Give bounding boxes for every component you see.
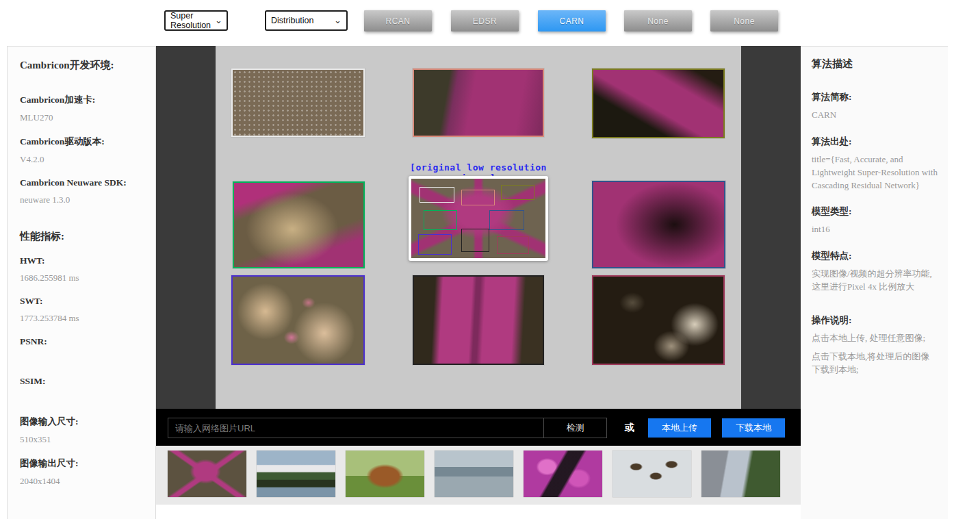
url-input-group: 检测 — [168, 418, 607, 438]
local-download-button[interactable]: 下载本地 — [722, 418, 785, 438]
region-box-black — [461, 229, 489, 252]
psnr-value — [20, 353, 155, 364]
model-feature-label: 模型特点: — [812, 250, 938, 262]
region-box-maroon — [497, 236, 529, 255]
thumbnail-geese[interactable] — [612, 451, 691, 497]
swt-label: SWT: — [20, 296, 155, 307]
main-area: [original low resolution image] — [156, 46, 801, 519]
thumbnail-fjord[interactable] — [435, 451, 513, 497]
driver-version-label: Cambricon驱动版本: — [20, 136, 155, 148]
environment-panel-title: Cambricon开发环境: — [20, 59, 155, 72]
url-bar: 检测 或 本地上传 下载本地 — [156, 409, 801, 446]
algo-name-label: 算法简称: — [812, 91, 938, 103]
output-size-value: 2040x1404 — [20, 476, 155, 487]
original-low-res-image[interactable] — [411, 179, 545, 258]
task-select[interactable]: Super Resolution ⌄ — [164, 10, 228, 31]
ssim-value — [20, 393, 155, 403]
mode-select[interactable]: Distribution ⌄ — [265, 10, 348, 31]
page: Super Resolution ⌄ Distribution ⌄ RCAN E… — [0, 0, 980, 519]
task-select-value: Super Resolution — [170, 11, 211, 30]
accelerator-label: Cambricon加速卡: — [20, 94, 155, 106]
ssim-label: SSIM: — [20, 376, 155, 387]
thumbnail-horse[interactable] — [346, 451, 424, 497]
region-box-green — [424, 210, 457, 230]
crop-image-top-right — [592, 68, 725, 138]
algo-name-value: CARN — [812, 109, 938, 122]
model-type-value: int16 — [812, 223, 938, 236]
thumbnail-butterfly[interactable] — [524, 451, 602, 497]
crop-image-bottom-left — [231, 275, 365, 365]
hwt-value: 1686.255981 ms — [20, 273, 155, 283]
chevron-down-icon: ⌄ — [215, 17, 222, 24]
region-box-salmon — [461, 190, 495, 205]
environment-panel: Cambricon开发环境: Cambricon加速卡: MLU270 Camb… — [7, 46, 156, 519]
detect-button[interactable]: 检测 — [543, 418, 606, 438]
sdk-label: Cambricon Neuware SDK: — [20, 177, 155, 188]
thumbnail-starfish[interactable] — [168, 451, 246, 497]
top-toolbar: Super Resolution ⌄ Distribution ⌄ RCAN E… — [0, 0, 980, 46]
sdk-value: neuware 1.3.0 — [20, 194, 155, 205]
swt-value: 1773.253784 ms — [20, 313, 155, 324]
input-size-label: 图像输入尺寸: — [20, 416, 155, 428]
algo-source-value: title={Fast, Accurate, and Lightweight S… — [812, 153, 938, 192]
original-image-frame — [409, 176, 548, 261]
crop-image-bottom-right — [592, 275, 725, 365]
model-type-label: 模型类型: — [812, 205, 938, 218]
crop-image-mid-left — [233, 181, 365, 268]
algo-source-label: 算法出处: — [812, 136, 938, 148]
mode-select-value: Distribution — [271, 16, 314, 25]
model-feature-value: 实现图像/视频的超分辨率功能,这里进行Pixel 4x 比例放大 — [812, 268, 938, 294]
model-button-carn[interactable]: CARN — [538, 10, 606, 31]
crop-image-mid-right — [592, 181, 725, 268]
usage-label: 操作说明: — [812, 314, 938, 327]
local-upload-button[interactable]: 本地上传 — [648, 418, 711, 438]
algorithm-panel: 算法描述 算法简称: CARN 算法出处: title={Fast, Accur… — [801, 46, 948, 519]
thumbnail-yosemite[interactable] — [701, 451, 780, 497]
psnr-label: PSNR: — [20, 336, 155, 347]
result-grid: [original low resolution image] — [216, 46, 741, 409]
thumbnail-mountain-lake[interactable] — [257, 451, 335, 497]
usage-line-2: 点击下载本地,将处理后的图像下载到本地; — [812, 351, 938, 377]
driver-version-value: V4.2.0 — [20, 154, 155, 165]
or-label: 或 — [616, 418, 643, 438]
region-box-white — [420, 187, 454, 203]
region-box-purple — [418, 234, 452, 255]
image-canvas: [original low resolution image] — [156, 46, 801, 409]
crop-image-bottom-center — [413, 275, 544, 365]
model-button-none-2[interactable]: None — [710, 10, 778, 31]
usage-line-1: 点击本地上传, 处理任意图像; — [812, 332, 938, 345]
accelerator-value: MLU270 — [20, 112, 155, 123]
model-button-rcan[interactable]: RCAN — [364, 10, 432, 31]
region-box-navy — [489, 210, 524, 230]
hwt-label: HWT: — [20, 255, 155, 266]
model-button-none-1[interactable]: None — [624, 10, 692, 31]
region-box-olive — [501, 185, 534, 200]
sample-thumbnail-strip — [156, 446, 801, 505]
algorithm-panel-title: 算法描述 — [812, 58, 938, 71]
crop-image-top-left — [231, 68, 365, 137]
performance-section-title: 性能指标: — [20, 230, 155, 243]
output-size-label: 图像输出尺寸: — [20, 457, 155, 470]
input-size-value: 510x351 — [20, 434, 155, 445]
crop-image-top-center — [413, 68, 544, 137]
model-button-edsr[interactable]: EDSR — [451, 10, 519, 31]
url-input[interactable] — [168, 418, 543, 438]
chevron-down-icon: ⌄ — [334, 17, 341, 24]
